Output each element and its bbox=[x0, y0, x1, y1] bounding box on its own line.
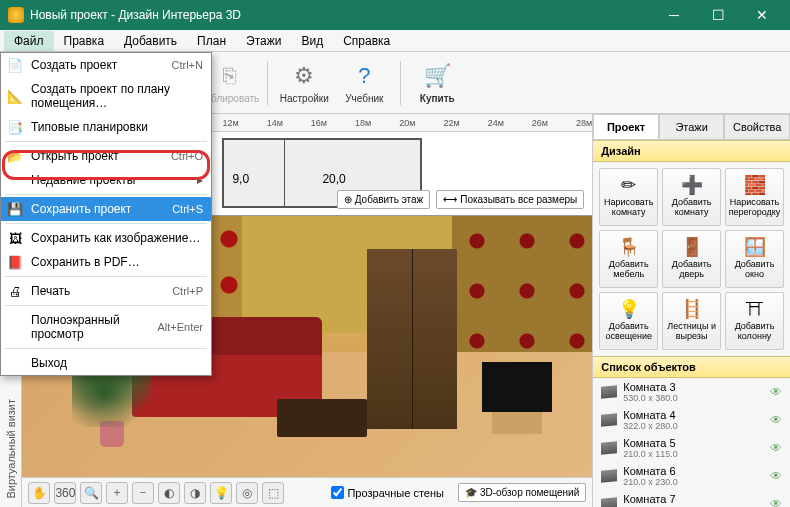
maximize-button[interactable]: ☐ bbox=[698, 3, 738, 27]
object-list-item[interactable]: Комната 5210.0 x 115.0👁 bbox=[593, 434, 790, 462]
right-panel: ПроектЭтажиСвойства Дизайн ✏Нарисовать к… bbox=[592, 114, 790, 507]
add-floor-button[interactable]: ⊕ Добавить этаж bbox=[337, 190, 431, 209]
transparent-walls-checkbox[interactable]: Прозрачные стены bbox=[331, 486, 443, 499]
toolbar-настройки[interactable]: ⚙Настройки bbox=[276, 55, 332, 111]
filemenu-item[interactable]: 📐Создать проект по плану помещения… bbox=[1, 77, 211, 115]
filemenu-item[interactable]: 💾Сохранить проектCtrl+S bbox=[1, 197, 211, 221]
design-tool-button[interactable]: ➕Добавить комнату bbox=[662, 168, 721, 226]
menu-этажи[interactable]: Этажи bbox=[236, 31, 291, 51]
minimize-button[interactable]: ─ bbox=[654, 3, 694, 27]
object-list: Комната 3530.0 x 380.0👁Комната 4322.0 x … bbox=[593, 378, 790, 507]
filemenu-item[interactable]: 📕Сохранить в PDF… bbox=[1, 250, 211, 274]
design-tool-button[interactable]: ⛩Добавить колонну bbox=[725, 292, 784, 350]
menu-план[interactable]: План bbox=[187, 31, 236, 51]
panel-tabs: ПроектЭтажиСвойства bbox=[593, 114, 790, 140]
cube-icon bbox=[601, 497, 617, 507]
menu-item-icon: 💾 bbox=[7, 201, 23, 217]
menu-файл[interactable]: Файл bbox=[4, 31, 54, 51]
menu-item-icon: 🖼 bbox=[7, 230, 23, 246]
visibility-icon[interactable]: 👁 bbox=[770, 469, 782, 483]
filemenu-item[interactable]: 📑Типовые планировки bbox=[1, 115, 211, 139]
design-tool-button[interactable]: 🪜Лестницы и вырезы bbox=[662, 292, 721, 350]
menu-справка[interactable]: Справка bbox=[333, 31, 400, 51]
cube-icon bbox=[601, 441, 617, 455]
design-tool-button[interactable]: 🪑Добавить мебель bbox=[599, 230, 658, 288]
titlebar: Новый проект - Дизайн Интерьера 3D ─ ☐ ✕ bbox=[0, 0, 790, 30]
filemenu-item[interactable]: Недавние проекты▸ bbox=[1, 168, 211, 192]
visibility-icon[interactable]: 👁 bbox=[770, 413, 782, 427]
filemenu-item[interactable]: Полноэкранный просмотрAlt+Enter bbox=[1, 308, 211, 346]
wardrobe-object bbox=[367, 249, 457, 429]
filemenu-item[interactable]: Выход bbox=[1, 351, 211, 375]
toolbar-учебник[interactable]: ?Учебник bbox=[336, 55, 392, 111]
tab-свойства[interactable]: Свойства bbox=[724, 114, 790, 139]
tool-zoom-icon[interactable]: 🔍 bbox=[80, 482, 102, 504]
tool-light-icon[interactable]: 💡 bbox=[210, 482, 232, 504]
menu-вид[interactable]: Вид bbox=[291, 31, 333, 51]
object-list-item[interactable]: Комната 7415.0 x 960.0👁 bbox=[593, 490, 790, 507]
design-tool-button[interactable]: 🧱Нарисовать перегородку bbox=[725, 168, 784, 226]
menu-item-icon: 📑 bbox=[7, 119, 23, 135]
bottombar: ✋ 360 🔍 ＋ － ◐ ◑ 💡 ◎ ⬚ Прозрачные стены 🎓… bbox=[22, 477, 592, 507]
cube-icon bbox=[601, 469, 617, 483]
file-menu-dropdown: 📄Создать проектCtrl+N📐Создать проект по … bbox=[0, 52, 212, 376]
tool-zoomin-icon[interactable]: ＋ bbox=[106, 482, 128, 504]
show-dims-button[interactable]: ⟷ Показывать все размеры bbox=[436, 190, 584, 209]
object-list-item[interactable]: Комната 3530.0 x 380.0👁 bbox=[593, 378, 790, 406]
wall-right bbox=[452, 216, 592, 352]
menu-item-icon: 🖨 bbox=[7, 283, 23, 299]
tab-этажи[interactable]: Этажи bbox=[659, 114, 725, 139]
tool-c-icon[interactable]: ◎ bbox=[236, 482, 258, 504]
filemenu-item[interactable]: 📄Создать проектCtrl+N bbox=[1, 53, 211, 77]
menu-item-icon: 📂 bbox=[7, 148, 23, 164]
filemenu-item[interactable]: 🖨ПечатьCtrl+P bbox=[1, 279, 211, 303]
objects-section-header: Список объектов bbox=[593, 356, 790, 378]
room-area-1: 9,0 bbox=[232, 172, 249, 186]
filemenu-item[interactable]: 📂Открыть проектCtrl+O bbox=[1, 144, 211, 168]
design-tool-button[interactable]: 💡Добавить освещение bbox=[599, 292, 658, 350]
menu-item-icon: 📐 bbox=[7, 88, 23, 104]
filemenu-item[interactable]: 🖼Сохранить как изображение… bbox=[1, 226, 211, 250]
visibility-icon[interactable]: 👁 bbox=[770, 497, 782, 507]
tv-object bbox=[482, 362, 552, 412]
design-tools-grid: ✏Нарисовать комнату➕Добавить комнату🧱Нар… bbox=[593, 162, 790, 356]
design-tool-button[interactable]: ✏Нарисовать комнату bbox=[599, 168, 658, 226]
design-tool-button[interactable]: 🚪Добавить дверь bbox=[662, 230, 721, 288]
virtual-visit-label: Виртуальный визит bbox=[5, 391, 17, 507]
menu-правка[interactable]: Правка bbox=[54, 31, 115, 51]
window-title: Новый проект - Дизайн Интерьера 3D bbox=[30, 8, 241, 22]
cube-icon bbox=[601, 385, 617, 399]
toolbar-купить[interactable]: 🛒Купить bbox=[409, 55, 465, 111]
tool-hand-icon[interactable]: ✋ bbox=[28, 482, 50, 504]
tool-zoomout-icon[interactable]: － bbox=[132, 482, 154, 504]
menu-item-icon: 📕 bbox=[7, 254, 23, 270]
visibility-icon[interactable]: 👁 bbox=[770, 385, 782, 399]
tool-d-icon[interactable]: ⬚ bbox=[262, 482, 284, 504]
design-section-header: Дизайн bbox=[593, 140, 790, 162]
visibility-icon[interactable]: 👁 bbox=[770, 441, 782, 455]
app-logo-icon bbox=[8, 7, 24, 23]
3d-overview-button[interactable]: 🎓 3D-обзор помещений bbox=[458, 483, 586, 502]
menu-item-icon: 📄 bbox=[7, 57, 23, 73]
object-list-item[interactable]: Комната 6210.0 x 230.0👁 bbox=[593, 462, 790, 490]
menu-добавить[interactable]: Добавить bbox=[114, 31, 187, 51]
close-button[interactable]: ✕ bbox=[742, 3, 782, 27]
tool-b-icon[interactable]: ◑ bbox=[184, 482, 206, 504]
menubar: ФайлПравкаДобавитьПланЭтажиВидСправка bbox=[0, 30, 790, 52]
object-list-item[interactable]: Комната 4322.0 x 280.0👁 bbox=[593, 406, 790, 434]
tool-rotate-icon[interactable]: 360 bbox=[54, 482, 76, 504]
cube-icon bbox=[601, 413, 617, 427]
tab-проект[interactable]: Проект bbox=[593, 114, 659, 139]
table-object bbox=[277, 399, 367, 437]
tool-a-icon[interactable]: ◐ bbox=[158, 482, 180, 504]
room-area-2: 20,0 bbox=[322, 172, 345, 186]
design-tool-button[interactable]: 🪟Добавить окно bbox=[725, 230, 784, 288]
